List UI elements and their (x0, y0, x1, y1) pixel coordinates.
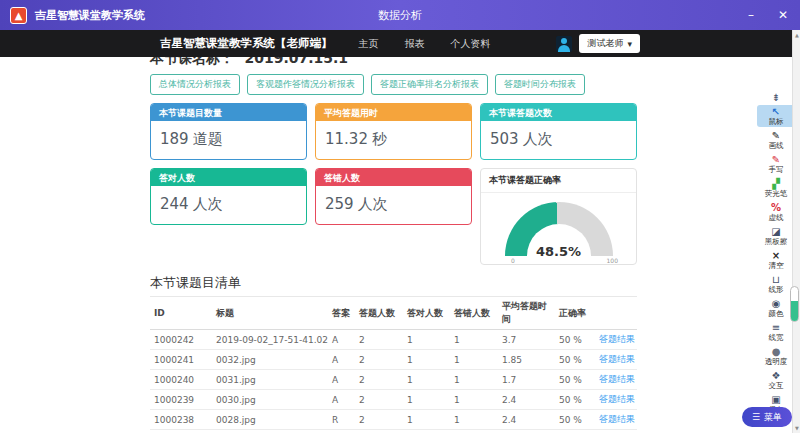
line-width-icon: ≡ (759, 322, 793, 333)
tool-opacity[interactable]: ● 透明度 (757, 345, 795, 367)
chevron-down-icon: ▾ (627, 39, 632, 49)
correct-rate: 50 % (555, 370, 595, 390)
scroll-up-icon[interactable]: ▲ (793, 32, 800, 38)
opacity-icon: ● (759, 346, 793, 357)
answer-result-link[interactable]: 答题结果 (599, 354, 635, 364)
report-button-objective[interactable]: 客观题作答情况分析报表 (247, 74, 364, 95)
tool-line-width[interactable]: ≡ 线宽 (757, 321, 795, 343)
avg-answer-time: 2.4 (498, 410, 555, 430)
answer-result-link[interactable]: 答题结果 (599, 414, 635, 424)
card-value: 244 (160, 195, 189, 213)
navbar: 吉星智慧课堂教学系统【老师端】 主页 报表 个人资料 测试老师 ▾ (0, 30, 800, 57)
card-title: 平均答题用时 (316, 104, 471, 121)
report-button-time-dist[interactable]: 答题时间分布报表 (495, 74, 585, 95)
wrong-count: 1 (450, 410, 498, 430)
clear-x-icon: × (759, 250, 793, 261)
card-correct-count: 答对人数 244人次 (150, 168, 307, 225)
minimize-button[interactable]: – (742, 8, 760, 22)
card-wrong-count: 答错人数 259人次 (315, 168, 472, 225)
question-id: 1000237 (150, 430, 212, 433)
answer-count: 2 (355, 350, 403, 370)
col-id: ID (150, 297, 212, 330)
question-id: 1000238 (150, 410, 212, 430)
col-action (595, 297, 637, 330)
avg-answer-time: 3.7 (498, 330, 555, 350)
wrong-count: 1 (450, 370, 498, 390)
question-answer: A (328, 370, 355, 390)
tool-clear[interactable]: × 清空 (757, 249, 795, 271)
nav-item-profile[interactable]: 个人资料 (451, 37, 491, 51)
card-title: 本节课题目数量 (151, 104, 306, 121)
tool-highlighter[interactable]: ▞ 荧光笔 (757, 177, 795, 199)
eraser-icon: ◪ (759, 226, 793, 237)
table-row: 1000242 2019-09-02_17-51-41.0278.jpg A 2… (150, 330, 637, 350)
card-value: 189 (160, 130, 189, 148)
col-title: 标题 (212, 297, 328, 330)
avg-answer-time: 1.7 (498, 370, 555, 390)
card-question-count: 本节课题目数量 189道题 (150, 103, 307, 160)
titlebar: ▲ 吉星智慧课堂教学系统 数据分析 – ✕ (0, 0, 800, 30)
scrollbar-thumb[interactable] (790, 286, 799, 322)
gauge-title: 本节课答题正确率 (481, 169, 636, 193)
user-avatar (556, 36, 572, 52)
correct-rate: 100 % (555, 430, 595, 433)
user-menu-button[interactable]: 测试老师 ▾ (579, 34, 640, 53)
correct-count: 1 (403, 350, 450, 370)
scrollbar-thumb-fill (791, 301, 798, 321)
toolbar-collapse-icon[interactable]: ⇟ (757, 92, 795, 103)
tool-mouse[interactable]: ↖ 鼠标 (757, 105, 795, 127)
scroll-down-icon[interactable]: ▼ (793, 425, 800, 431)
card-title: 本节课答题次数 (481, 104, 636, 121)
tool-handwriting[interactable]: ✎ 手写 (757, 153, 795, 175)
card-avg-time: 平均答题用时 11.32秒 (315, 103, 472, 160)
col-rate: 正确率 (555, 297, 595, 330)
answer-count: 2 (355, 330, 403, 350)
tool-interact[interactable]: ❖ 交互 (757, 369, 795, 391)
answer-count: 2 (355, 390, 403, 410)
card-value: 11.32 (325, 130, 368, 148)
nav-item-reports[interactable]: 报表 (405, 37, 425, 51)
tool-draw-line[interactable]: ✎ 画线 (757, 129, 795, 151)
answer-count: 2 (355, 430, 403, 433)
report-button-overall[interactable]: 总体情况分析报表 (150, 74, 240, 95)
avg-answer-time: 1.85 (498, 350, 555, 370)
col-answerers: 答题人数 (355, 297, 403, 330)
answer-result-link[interactable]: 答题结果 (599, 374, 635, 384)
card-title: 答对人数 (151, 169, 306, 186)
nav-item-home[interactable]: 主页 (359, 37, 379, 51)
question-title: 0030.jpg (212, 390, 328, 410)
correct-rate: 50 % (555, 350, 595, 370)
question-id: 1000240 (150, 370, 212, 390)
tool-dashed-line[interactable]: % 虚线 (757, 201, 795, 223)
col-answer: 答案 (328, 297, 355, 330)
close-button[interactable]: ✕ (774, 8, 792, 22)
menu-button-label: 菜单 (764, 411, 782, 424)
menu-button[interactable]: ☰ 菜单 (742, 407, 792, 427)
answer-result-link[interactable]: 答题结果 (599, 334, 635, 344)
table-row: 1000237 0029.jpg W 2 2 0 9.05 100 % 答题结果 (150, 430, 637, 433)
col-correct: 答对人数 (403, 297, 450, 330)
table-row: 1000239 0030.jpg A 2 1 1 2.4 50 % 答题结果 (150, 390, 637, 410)
report-button-ranking[interactable]: 答题正确率排名分析报表 (371, 74, 488, 95)
answer-count: 2 (355, 370, 403, 390)
card-unit: 道题 (193, 130, 223, 148)
window-title: 数据分析 (378, 8, 422, 23)
interact-blocks-icon: ❖ (759, 370, 793, 381)
correct-rate: 50 % (555, 410, 595, 430)
gauge-value: 48.5% (481, 244, 636, 259)
dashed-line-icon: % (759, 202, 793, 213)
answer-count: 2 (355, 410, 403, 430)
question-id: 1000242 (150, 330, 212, 350)
table-header-row: ID 标题 答案 答题人数 答对人数 答错人数 平均答题时间 正确率 (150, 297, 637, 330)
tool-eraser[interactable]: ◪ 黑板擦 (757, 225, 795, 247)
scrollbar[interactable]: ▲ ▼ (792, 30, 800, 433)
app-window: ▲ 吉星智慧课堂教学系统 数据分析 – ✕ 吉星智慧课堂教学系统【老师端】 主页… (0, 0, 800, 433)
question-id: 1000241 (150, 350, 212, 370)
question-answer: W (328, 430, 355, 433)
question-title: 0032.jpg (212, 350, 328, 370)
answer-result-link[interactable]: 答题结果 (599, 394, 635, 404)
wrong-count: 1 (450, 350, 498, 370)
report-buttons-row: 总体情况分析报表 客观题作答情况分析报表 答题正确率排名分析报表 答题时间分布报… (150, 74, 585, 95)
app-title: 吉星智慧课堂教学系统 (35, 8, 145, 23)
card-value: 503 (490, 130, 519, 148)
